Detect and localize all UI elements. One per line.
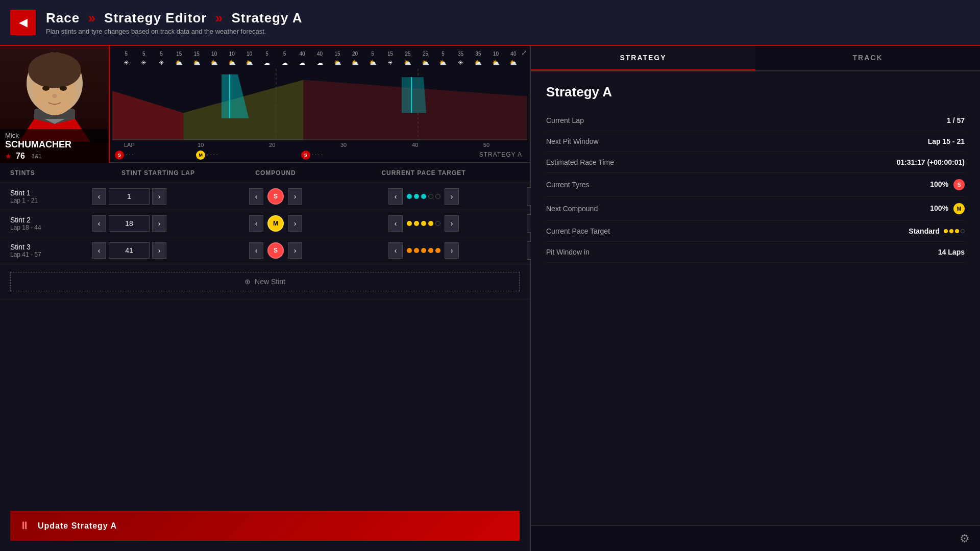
tab-strategy[interactable]: STRATEGY: [531, 46, 755, 70]
info-row-pit-window-in: Pit Window in 14 Laps: [546, 242, 965, 263]
table-row: Stint 1 Lap 1 - 21 ‹ 1 › ‹ S › ‹: [0, 183, 530, 210]
pace-target-dot: [949, 229, 953, 233]
stint2-compound-next[interactable]: ›: [288, 215, 302, 232]
col-compound: COMPOUND: [225, 169, 327, 177]
svg-point-4: [42, 86, 50, 91]
next-compound-value: 100% M: [930, 203, 965, 214]
stint1-pace-prev[interactable]: ‹: [388, 188, 403, 205]
current-lap-label: Current Lap: [546, 116, 584, 124]
stint2-pace-next[interactable]: ›: [445, 215, 459, 232]
main-layout: Mick SCHUMACHER ★ 76 1&1 5 5 5 15: [0, 46, 980, 551]
current-tyres-value: 100% S: [930, 179, 965, 190]
breadcrumb: Race » Strategy Editor » Strategy A: [46, 10, 302, 26]
stint3-lap-prev[interactable]: ‹: [92, 242, 106, 259]
stint3-lap-value: 41: [109, 242, 150, 259]
pace-target-value: Standard: [909, 227, 965, 235]
stint3-pace-next[interactable]: ›: [445, 242, 459, 259]
stint1-name-cell: Stint 1 Lap 1 - 21: [10, 189, 92, 204]
col-pace-target: CURRENT PACE TARGET: [327, 169, 521, 177]
table-area: STINTS STINT STARTING LAP COMPOUND CURRE…: [0, 163, 530, 551]
pace-target-label: Current Pace Target: [546, 227, 610, 235]
expand-icon[interactable]: ⤢: [521, 48, 527, 57]
table-header: STINTS STINT STARTING LAP COMPOUND CURRE…: [0, 163, 530, 183]
settings-icon[interactable]: ⚙: [960, 532, 970, 545]
strategy-chart: [112, 69, 527, 140]
update-button-container: ⏸ Update Strategy A: [0, 503, 530, 551]
stint2-compound-prev[interactable]: ‹: [249, 215, 263, 232]
svg-point-5: [60, 86, 67, 91]
update-strategy-button[interactable]: ⏸ Update Strategy A: [10, 511, 520, 541]
pace-dot: [421, 248, 426, 253]
stint3-compound-prev[interactable]: ‹: [249, 242, 263, 259]
next-compound-label: Next Compound: [546, 205, 598, 213]
lap-axis: LAP 10 20 30 40 50: [112, 142, 527, 148]
left-panel: Mick SCHUMACHER ★ 76 1&1 5 5 5 15: [0, 46, 531, 551]
pace-target-dot: [961, 229, 965, 233]
driver-first-name: Mick: [5, 132, 104, 139]
pit-window-in-value: 14 Laps: [938, 248, 965, 256]
stint2-label: Stint 2: [10, 216, 92, 224]
pit-window-in-label: Pit Window in: [546, 248, 590, 256]
driver-card: Mick SCHUMACHER ★ 76 1&1: [0, 46, 110, 163]
stint-markers-row: S · · · M · · · · S · · · ·: [115, 151, 525, 160]
stint1-marker: S · · ·: [115, 151, 133, 160]
stint3-lap-next[interactable]: ›: [152, 242, 166, 259]
driver-photo: [0, 46, 109, 143]
new-stint-button[interactable]: ⊕ New Stint: [10, 272, 520, 291]
stint2-pace-dots: [407, 221, 440, 226]
pace-target-dot: [944, 229, 948, 233]
chart-area: Mick SCHUMACHER ★ 76 1&1 5 5 5 15: [0, 46, 530, 163]
stint1-compound-badge: S: [267, 188, 284, 205]
stint1-pace-control: ‹ ›: [327, 188, 521, 205]
svg-marker-13: [402, 77, 426, 113]
stint3-lap-control: ‹ 41 ›: [92, 242, 225, 259]
stint2-laps: Lap 18 - 44: [10, 224, 92, 231]
stint3-pace-dots: [407, 248, 440, 253]
info-row-pace-target: Current Pace Target Standard: [546, 221, 965, 242]
stint3-laps: Lap 41 - 57: [10, 251, 92, 258]
stint3-compound-next[interactable]: ›: [288, 242, 302, 259]
stint3-pace-prev[interactable]: ‹: [388, 242, 403, 259]
pace-dot: [421, 194, 426, 199]
stint1-compound-prev[interactable]: ‹: [249, 188, 263, 205]
breadcrumb-container: Race » Strategy Editor » Strategy A Plan…: [46, 10, 302, 35]
stint1-lap-prev[interactable]: ‹: [92, 188, 106, 205]
weather-icon-row: ☀ ☀ ☀ ⛅ ⛅ ⛅ ⛅ ⛅ ☁ ☁ ☁ ☁ ⛅ ⛅ ⛅ ☀ ⛅: [112, 59, 527, 66]
pace-target-dots: [944, 229, 965, 233]
breadcrumb-strategy-a: Strategy A: [231, 10, 302, 26]
stint1-pace-dots: [407, 194, 440, 199]
stint1-compound-next[interactable]: ›: [288, 188, 302, 205]
race-time-label: Estimated Race Time: [546, 158, 614, 166]
pace-target-dot: [955, 229, 959, 233]
back-button[interactable]: ◀: [10, 10, 36, 35]
svg-point-6: [52, 94, 57, 98]
stint1-lap-next[interactable]: ›: [152, 188, 166, 205]
stint1-lap-control: ‹ 1 ›: [92, 188, 225, 205]
svg-point-3: [28, 53, 81, 88]
chart-container: 5 5 5 15 15 10 10 10 5 5 40 40 15 20 5 1…: [110, 46, 530, 162]
tab-track[interactable]: TRACK: [755, 46, 980, 70]
stint2-pace-control: ‹ ›: [327, 215, 521, 232]
stint3-label: Stint 3: [10, 243, 92, 251]
stint2-pace-prev[interactable]: ‹: [388, 215, 403, 232]
pace-dot: [435, 194, 440, 199]
stint3-name-cell: Stint 3 Lap 41 - 57: [10, 243, 92, 258]
current-tyres-label: Current Tyres: [546, 181, 590, 189]
stint2-lap-prev[interactable]: ‹: [92, 215, 106, 232]
pace-dot: [435, 248, 440, 253]
strategy-label: STRATEGY A: [479, 151, 522, 158]
next-pit-value: Lap 15 - 21: [928, 137, 965, 145]
stint2-compound-control: ‹ M ›: [225, 215, 327, 232]
stint1-lap-value: 1: [109, 188, 150, 205]
pace-dot: [435, 221, 440, 226]
pace-dot: [414, 248, 419, 253]
stint1-pace-next[interactable]: ›: [445, 188, 459, 205]
stint2-lap-next[interactable]: ›: [152, 215, 166, 232]
sponsor-text: 1&1: [32, 153, 42, 159]
strategy-info: Strategy A Current Lap 1 / 57 Next Pit W…: [531, 71, 980, 276]
stint3-pace-control: ‹ ›: [327, 242, 521, 259]
stint3-compound-control: ‹ S ›: [225, 242, 327, 259]
pace-dot: [414, 221, 419, 226]
breadcrumb-sep2: »: [215, 10, 223, 26]
right-tabs: STRATEGY TRACK: [531, 46, 980, 71]
